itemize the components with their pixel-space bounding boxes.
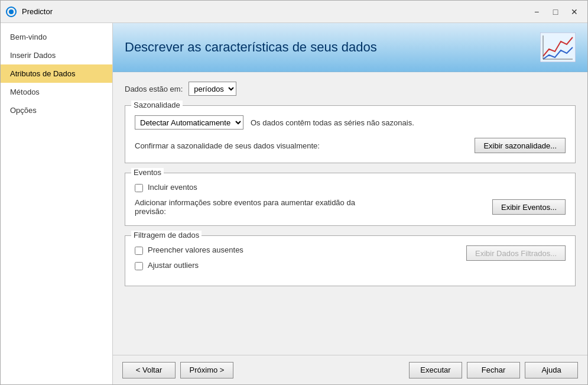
eventos-inner: Incluir eventos Adicionar informações so…	[135, 183, 566, 216]
bottom-toolbar: < Voltar Próximo > Executar Fechar Ajuda	[113, 355, 587, 384]
dados-row: Dados estão em: períodos datas horas	[125, 82, 576, 96]
app-icon	[5, 6, 17, 18]
dados-select[interactable]: períodos datas horas	[189, 82, 236, 96]
sidebar-item-metodos[interactable]: Métodos	[1, 83, 112, 101]
sazonalidade-info: Os dados contêm todas as séries não sazo…	[251, 118, 414, 127]
filtragem-title: Filtragem de dados	[131, 231, 202, 240]
minimize-button[interactable]: −	[528, 5, 545, 19]
fechar-button[interactable]: Fechar	[467, 362, 520, 378]
header-chart-icon	[540, 33, 576, 62]
window-title: Predictor	[22, 7, 528, 16]
eventos-title: Eventos	[131, 168, 164, 177]
confirm-label: Confirmar a sazonalidade de seus dados v…	[135, 141, 320, 150]
sazonalidade-group: Sazonalidade Detectar Automaticamente Ne…	[125, 105, 576, 163]
ajuda-button[interactable]: Ajuda	[525, 362, 578, 378]
executar-button[interactable]: Executar	[409, 362, 462, 378]
filtragem-inner: Preencher valores ausentes Ajustar outli…	[135, 245, 566, 276]
dados-label: Dados estão em:	[125, 85, 183, 93]
incluir-eventos-row: Incluir eventos	[135, 183, 566, 192]
eventos-group: Eventos Incluir eventos Adicionar inform…	[125, 173, 576, 226]
filtragem-group: Filtragem de dados Preencher valores aus…	[125, 235, 576, 286]
exibir-sazonalidade-button[interactable]: Exibir sazonalidade...	[475, 138, 566, 153]
sidebar-item-inserir-dados[interactable]: Inserir Dados	[1, 46, 112, 64]
voltar-button[interactable]: < Voltar	[122, 362, 176, 378]
checkboxes-col: Preencher valores ausentes Ajustar outli…	[135, 245, 243, 276]
ajustar-row: Ajustar outliers	[135, 261, 243, 270]
incluir-eventos-checkbox[interactable]	[135, 184, 143, 192]
exibir-eventos-button[interactable]: Exibir Eventos...	[492, 199, 566, 215]
preencher-checkbox[interactable]	[135, 247, 143, 255]
window-controls: − □ ✕	[528, 5, 583, 19]
panel-header: Descrever as características de seus dad…	[113, 23, 587, 72]
ajustar-checkbox[interactable]	[135, 262, 143, 270]
maximize-button[interactable]: □	[547, 5, 564, 19]
app-window: Predictor − □ ✕ Bem-vindo Inserir Dados …	[0, 0, 588, 385]
right-panel: Descrever as características de seus dad…	[113, 23, 587, 384]
eventos-desc: Adicionar informações sobre eventos para…	[135, 198, 359, 216]
preencher-label: Preencher valores ausentes	[148, 245, 243, 254]
exibir-dados-filtrados-button[interactable]: Exibir Dados Filtrados...	[466, 245, 566, 261]
confirm-row: Confirmar a sazonalidade de seus dados v…	[135, 138, 566, 153]
sidebar-item-opcoes[interactable]: Opções	[1, 101, 112, 119]
scroll-area: Dados estão em: períodos datas horas Saz…	[113, 72, 587, 355]
main-content: Bem-vindo Inserir Dados Atributos de Dad…	[1, 23, 587, 384]
seasonality-row: Detectar Automaticamente Nenhuma Sazonal…	[135, 115, 566, 130]
close-button[interactable]: ✕	[566, 5, 583, 19]
preencher-row: Preencher valores ausentes	[135, 245, 243, 255]
sazonalidade-inner: Detectar Automaticamente Nenhuma Sazonal…	[135, 115, 566, 153]
events-desc-row: Adicionar informações sobre eventos para…	[135, 198, 566, 216]
title-bar: Predictor − □ ✕	[1, 1, 587, 23]
sazonalidade-select[interactable]: Detectar Automaticamente Nenhuma Sazonal…	[135, 115, 243, 130]
sazonalidade-title: Sazonalidade	[131, 101, 183, 109]
sidebar: Bem-vindo Inserir Dados Atributos de Dad…	[1, 23, 113, 384]
ajustar-label: Ajustar outliers	[148, 261, 199, 270]
sidebar-item-bem-vindo[interactable]: Bem-vindo	[1, 28, 112, 46]
svg-point-1	[9, 9, 14, 14]
proximo-button[interactable]: Próximo >	[180, 362, 233, 378]
sidebar-item-atributos-de-dados[interactable]: Atributos de Dados	[1, 64, 112, 83]
panel-title: Descrever as características de seus dad…	[125, 40, 377, 55]
incluir-eventos-label: Incluir eventos	[148, 183, 197, 192]
